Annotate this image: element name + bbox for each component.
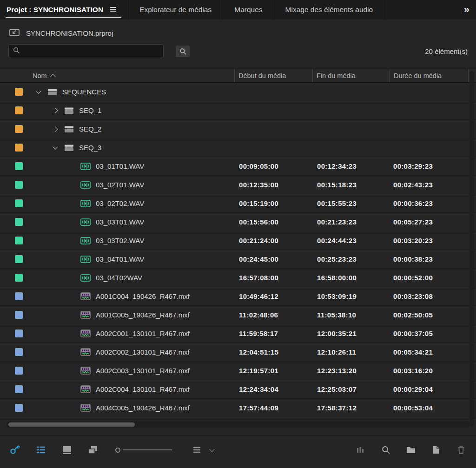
item-name[interactable]: A004C005_190426_R467.mxf <box>96 404 190 412</box>
label-swatch[interactable] <box>15 237 23 244</box>
name-cell: SEQ_1 <box>26 101 234 119</box>
icon-view-button[interactable] <box>60 444 73 456</box>
new-bin-button[interactable] <box>404 444 417 456</box>
label-swatch[interactable] <box>15 385 23 393</box>
indent-spacer <box>33 110 49 111</box>
label-swatch[interactable] <box>15 255 23 263</box>
indent-spacer <box>33 259 66 259</box>
table-header: Nom Début du média Fin du média Durée du… <box>0 69 476 83</box>
list-view-button[interactable] <box>34 444 47 456</box>
label-swatch[interactable] <box>15 181 23 189</box>
label-swatch[interactable] <box>15 162 23 170</box>
table-row[interactable]: SEQ_3 <box>0 138 476 157</box>
audio-clip-icon <box>80 163 91 170</box>
label-swatch[interactable] <box>15 311 23 319</box>
table-row[interactable]: A004C005_190426_R467.mxf 17:57:44:09 17:… <box>0 399 476 417</box>
table-row[interactable]: SEQ_2 <box>0 120 476 138</box>
item-name[interactable]: A002C004_130101_R467.mxf <box>96 385 190 393</box>
column-header-media-duration[interactable]: Durée du média <box>390 69 468 82</box>
label-swatch[interactable] <box>15 292 23 300</box>
item-name[interactable]: A002C003_130101_R467.mxf <box>96 367 190 375</box>
project-writable-button[interactable] <box>8 444 21 456</box>
column-header-media-end[interactable]: Fin du média <box>312 69 390 82</box>
column-header-name[interactable]: Nom <box>26 69 234 82</box>
item-name[interactable]: SEQUENCES <box>62 88 106 96</box>
horizontal-scrollbar[interactable] <box>7 421 469 428</box>
table-row[interactable]: 03_04T02WAV 16:57:08:00 16:58:00:00 00:0… <box>0 269 476 287</box>
item-name[interactable]: A002C002_130101_R467.mxf <box>96 348 190 356</box>
item-name[interactable]: 03_03T02.WAV <box>96 237 144 244</box>
sort-icons-button[interactable] <box>191 444 204 456</box>
table-row[interactable]: 03_04T01.WAV 00:24:45:00 00:25:23:23 00:… <box>0 250 476 269</box>
table-row[interactable]: 03_02T01.WAV 00:12:35:00 00:15:18:23 00:… <box>0 176 476 194</box>
twirl-chevron[interactable] <box>53 126 58 132</box>
zoom-slider[interactable] <box>115 448 172 453</box>
clear-button[interactable] <box>455 444 468 456</box>
twirl-chevron[interactable] <box>36 88 41 93</box>
tab-media-browser[interactable]: Explorateur de médias <box>128 0 223 20</box>
label-swatch[interactable] <box>15 330 23 337</box>
item-icon-slot <box>78 385 93 393</box>
table-row[interactable]: 03_02T02.WAV 00:15:19:00 00:15:55:23 00:… <box>0 194 476 213</box>
tab-overflow-chevrons-icon[interactable]: » <box>464 0 476 20</box>
twirl-chevron[interactable] <box>53 108 58 113</box>
label-swatch[interactable] <box>15 199 23 207</box>
vertical-scrollbar[interactable] <box>469 71 474 427</box>
tab-project[interactable]: Projet : SYNCHRONISATION <box>0 0 128 20</box>
find-button[interactable] <box>379 444 392 456</box>
table-row[interactable]: A001C005_190426_R467.mxf 11:02:48:06 11:… <box>0 306 476 324</box>
label-swatch[interactable] <box>15 218 23 226</box>
table-row[interactable]: 03_01T01.WAV 00:09:05:00 00:12:34:23 00:… <box>0 157 476 176</box>
item-name[interactable]: A001C004_190426_R467.mxf <box>96 292 190 300</box>
item-name[interactable]: 03_03T01.WAV <box>96 218 144 226</box>
table-row[interactable]: 03_03T01.WAV 00:15:56:00 00:21:23:23 00:… <box>0 213 476 231</box>
zoom-slider-track[interactable] <box>123 449 172 450</box>
media-duration-cell: 00:03:20:23 <box>390 237 468 244</box>
label-swatch[interactable] <box>15 348 23 356</box>
label-swatch[interactable] <box>15 106 23 114</box>
sort-dropdown-chevron-icon[interactable] <box>209 447 214 452</box>
item-name[interactable]: SEQ_3 <box>79 144 101 152</box>
label-swatch[interactable] <box>15 125 23 133</box>
label-swatch[interactable] <box>15 274 23 282</box>
item-icon-slot <box>78 348 93 356</box>
table-row[interactable]: A002C001_130101_R467.mxf 11:59:58:17 12:… <box>0 324 476 343</box>
panel-menu-icon[interactable] <box>110 6 117 14</box>
search-box[interactable] <box>8 44 164 58</box>
indent-spacer <box>33 296 66 297</box>
label-swatch[interactable] <box>15 144 23 152</box>
horizontal-scrollbar-thumb[interactable] <box>8 422 135 427</box>
item-name[interactable]: 03_02T02.WAV <box>96 199 144 207</box>
twirl-chevron[interactable] <box>53 144 58 149</box>
freeform-view-button[interactable] <box>86 444 99 456</box>
item-name[interactable]: 03_04T01.WAV <box>96 255 144 263</box>
table-row[interactable]: A002C002_130101_R467.mxf 12:04:51:15 12:… <box>0 343 476 362</box>
table-row[interactable]: A002C004_130101_R467.mxf 12:24:34:04 12:… <box>0 380 476 399</box>
media-end-cell: 00:25:23:23 <box>312 255 390 263</box>
column-header-media-start[interactable]: Début du média <box>234 69 312 82</box>
label-swatch[interactable] <box>15 404 23 412</box>
item-name[interactable]: 03_01T01.WAV <box>96 162 144 170</box>
indent-spacer <box>33 389 66 389</box>
label-swatch[interactable] <box>15 367 23 375</box>
tab-audio-clip-mixer[interactable]: Mixage des éléments audio <box>274 0 385 20</box>
item-name[interactable]: A002C001_130101_R467.mxf <box>96 330 190 337</box>
table-row[interactable]: SEQUENCES <box>0 83 476 101</box>
label-swatch[interactable] <box>15 88 23 96</box>
automate-to-sequence-button[interactable] <box>354 444 367 456</box>
zoom-slider-handle[interactable] <box>115 448 120 453</box>
table-row[interactable]: SEQ_1 <box>0 101 476 120</box>
item-name[interactable]: SEQ_2 <box>79 125 101 133</box>
tab-markers[interactable]: Marques <box>223 0 274 20</box>
media-start-cell: 16:57:08:00 <box>234 274 312 282</box>
item-name[interactable]: 03_02T01.WAV <box>96 181 144 189</box>
table-row[interactable]: A002C003_130101_R467.mxf 12:19:57:01 12:… <box>0 362 476 380</box>
item-name[interactable]: 03_04T02WAV <box>96 274 142 282</box>
search-filter-button[interactable] <box>176 46 190 57</box>
item-name[interactable]: SEQ_1 <box>79 106 101 114</box>
table-row[interactable]: 03_03T02.WAV 00:21:24:00 00:24:44:23 00:… <box>0 231 476 250</box>
table-row[interactable]: A001C004_190426_R467.mxf 10:49:46:12 10:… <box>0 287 476 306</box>
new-item-button[interactable] <box>430 444 443 456</box>
item-name[interactable]: A001C005_190426_R467.mxf <box>96 311 190 319</box>
search-input[interactable] <box>23 47 159 55</box>
